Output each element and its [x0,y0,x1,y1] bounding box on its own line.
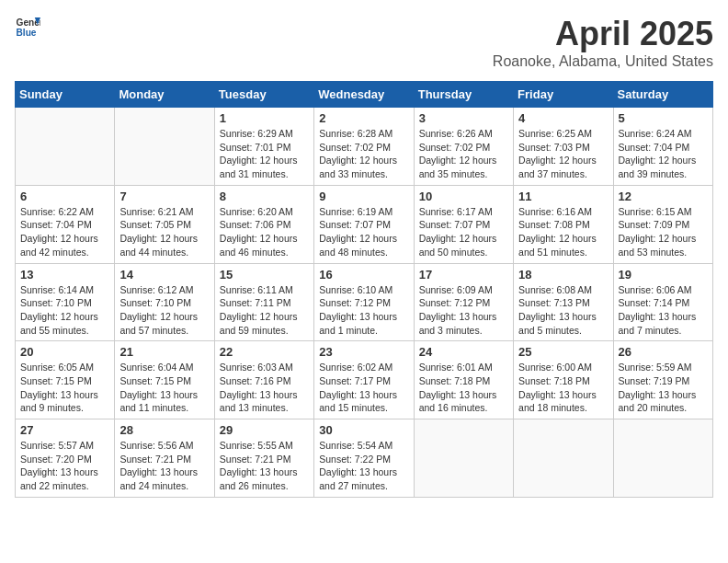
calendar-cell: 19Sunrise: 6:06 AM Sunset: 7:14 PM Dayli… [613,263,712,341]
day-number: 10 [419,190,508,203]
weekday-header: Sunday [16,82,115,108]
day-info: Sunrise: 6:04 AM Sunset: 7:15 PM Dayligh… [119,361,209,415]
calendar-cell: 4Sunrise: 6:25 AM Sunset: 7:03 PM Daylig… [514,108,613,186]
day-info: Sunrise: 6:11 AM Sunset: 7:11 PM Dayligh… [220,283,309,338]
calendar-cell: 30Sunrise: 5:54 AM Sunset: 7:22 PM Dayli… [314,419,414,498]
calendar-week-row: 6Sunrise: 6:22 AM Sunset: 7:04 PM Daylig… [16,185,713,263]
calendar-table: SundayMondayTuesdayWednesdayThursdayFrid… [15,81,713,498]
weekday-header: Wednesday [314,82,414,108]
calendar-week-row: 27Sunrise: 5:57 AM Sunset: 7:20 PM Dayli… [16,419,713,498]
calendar-cell: 25Sunrise: 6:00 AM Sunset: 7:18 PM Dayli… [514,341,613,419]
day-number: 12 [619,190,708,203]
day-info: Sunrise: 5:56 AM Sunset: 7:21 PM Dayligh… [119,439,209,493]
calendar-subtitle: Roanoke, Alabama, United States [493,53,713,70]
calendar-cell [613,419,712,498]
calendar-cell: 13Sunrise: 6:14 AM Sunset: 7:10 PM Dayli… [16,263,115,341]
day-number: 6 [20,190,109,203]
day-number: 24 [419,345,508,359]
day-number: 30 [319,423,408,437]
day-info: Sunrise: 6:10 AM Sunset: 7:12 PM Dayligh… [319,283,408,338]
calendar-cell: 6Sunrise: 6:22 AM Sunset: 7:04 PM Daylig… [16,185,115,263]
day-info: Sunrise: 6:14 AM Sunset: 7:10 PM Dayligh… [20,283,109,338]
day-info: Sunrise: 6:28 AM Sunset: 7:02 PM Dayligh… [319,127,408,181]
calendar-cell: 18Sunrise: 6:08 AM Sunset: 7:13 PM Dayli… [514,263,613,341]
day-number: 2 [319,111,408,125]
day-info: Sunrise: 6:20 AM Sunset: 7:06 PM Dayligh… [220,205,309,259]
day-number: 23 [319,345,408,359]
day-number: 22 [220,345,309,359]
day-info: Sunrise: 6:02 AM Sunset: 7:17 PM Dayligh… [319,361,408,415]
day-number: 3 [419,111,508,125]
calendar-cell: 2Sunrise: 6:28 AM Sunset: 7:02 PM Daylig… [314,108,414,186]
weekday-header: Friday [514,82,613,108]
weekday-header: Saturday [613,82,712,108]
calendar-cell: 16Sunrise: 6:10 AM Sunset: 7:12 PM Dayli… [314,263,414,341]
day-number: 20 [20,345,109,359]
calendar-cell: 26Sunrise: 5:59 AM Sunset: 7:19 PM Dayli… [613,341,712,419]
day-number: 26 [619,345,708,359]
logo: General Blue [15,15,40,40]
day-info: Sunrise: 6:24 AM Sunset: 7:04 PM Dayligh… [619,127,708,181]
day-info: Sunrise: 6:00 AM Sunset: 7:18 PM Dayligh… [518,361,608,415]
day-info: Sunrise: 6:03 AM Sunset: 7:16 PM Dayligh… [220,361,309,415]
calendar-cell: 3Sunrise: 6:26 AM Sunset: 7:02 PM Daylig… [414,108,513,186]
day-info: Sunrise: 5:59 AM Sunset: 7:19 PM Dayligh… [619,361,708,415]
day-info: Sunrise: 6:15 AM Sunset: 7:09 PM Dayligh… [619,205,708,259]
weekday-header: Thursday [414,82,513,108]
day-number: 21 [119,345,209,359]
calendar-cell [514,419,613,498]
calendar-cell: 27Sunrise: 5:57 AM Sunset: 7:20 PM Dayli… [16,419,115,498]
weekday-header: Tuesday [214,82,313,108]
day-info: Sunrise: 6:05 AM Sunset: 7:15 PM Dayligh… [20,361,109,415]
day-number: 27 [20,423,109,437]
calendar-cell: 29Sunrise: 5:55 AM Sunset: 7:21 PM Dayli… [214,419,313,498]
calendar-cell [115,108,214,186]
day-number: 11 [518,190,608,203]
day-info: Sunrise: 6:12 AM Sunset: 7:10 PM Dayligh… [119,283,209,338]
title-area: April 2025 Roanoke, Alabama, United Stat… [493,15,713,70]
calendar-cell: 20Sunrise: 6:05 AM Sunset: 7:15 PM Dayli… [16,341,115,419]
calendar-cell: 8Sunrise: 6:20 AM Sunset: 7:06 PM Daylig… [214,185,313,263]
day-info: Sunrise: 6:21 AM Sunset: 7:05 PM Dayligh… [119,205,209,259]
calendar-cell: 10Sunrise: 6:17 AM Sunset: 7:07 PM Dayli… [414,185,513,263]
day-info: Sunrise: 6:01 AM Sunset: 7:18 PM Dayligh… [419,361,508,415]
day-number: 28 [119,423,209,437]
day-info: Sunrise: 5:54 AM Sunset: 7:22 PM Dayligh… [319,439,408,493]
logo-icon: General Blue [15,15,40,40]
day-number: 13 [20,268,109,282]
calendar-cell: 12Sunrise: 6:15 AM Sunset: 7:09 PM Dayli… [613,185,712,263]
calendar-title: April 2025 [493,15,713,53]
calendar-cell [16,108,115,186]
calendar-week-row: 20Sunrise: 6:05 AM Sunset: 7:15 PM Dayli… [16,341,713,419]
calendar-cell: 5Sunrise: 6:24 AM Sunset: 7:04 PM Daylig… [613,108,712,186]
calendar-cell: 23Sunrise: 6:02 AM Sunset: 7:17 PM Dayli… [314,341,414,419]
day-number: 5 [619,111,708,125]
day-info: Sunrise: 6:08 AM Sunset: 7:13 PM Dayligh… [518,283,608,338]
day-info: Sunrise: 6:26 AM Sunset: 7:02 PM Dayligh… [419,127,508,181]
day-info: Sunrise: 6:16 AM Sunset: 7:08 PM Dayligh… [518,205,608,259]
day-info: Sunrise: 5:57 AM Sunset: 7:20 PM Dayligh… [20,439,109,493]
day-number: 16 [319,268,408,282]
calendar-cell: 9Sunrise: 6:19 AM Sunset: 7:07 PM Daylig… [314,185,414,263]
calendar-cell: 11Sunrise: 6:16 AM Sunset: 7:08 PM Dayli… [514,185,613,263]
day-number: 9 [319,190,408,203]
day-info: Sunrise: 6:06 AM Sunset: 7:14 PM Dayligh… [619,283,708,338]
day-info: Sunrise: 6:19 AM Sunset: 7:07 PM Dayligh… [319,205,408,259]
calendar-cell: 22Sunrise: 6:03 AM Sunset: 7:16 PM Dayli… [214,341,313,419]
day-number: 29 [220,423,309,437]
day-info: Sunrise: 6:09 AM Sunset: 7:12 PM Dayligh… [419,283,508,338]
calendar-cell: 17Sunrise: 6:09 AM Sunset: 7:12 PM Dayli… [414,263,513,341]
svg-text:Blue: Blue [17,28,37,38]
calendar-cell: 15Sunrise: 6:11 AM Sunset: 7:11 PM Dayli… [214,263,313,341]
day-number: 1 [220,111,309,125]
calendar-cell: 21Sunrise: 6:04 AM Sunset: 7:15 PM Dayli… [115,341,214,419]
calendar-cell: 28Sunrise: 5:56 AM Sunset: 7:21 PM Dayli… [115,419,214,498]
header: General Blue April 2025 Roanoke, Alabama… [15,15,713,70]
calendar-week-row: 1Sunrise: 6:29 AM Sunset: 7:01 PM Daylig… [16,108,713,186]
day-info: Sunrise: 6:29 AM Sunset: 7:01 PM Dayligh… [220,127,309,181]
calendar-cell: 14Sunrise: 6:12 AM Sunset: 7:10 PM Dayli… [115,263,214,341]
day-number: 7 [119,190,209,203]
day-number: 8 [220,190,309,203]
calendar-week-row: 13Sunrise: 6:14 AM Sunset: 7:10 PM Dayli… [16,263,713,341]
day-number: 15 [220,268,309,282]
